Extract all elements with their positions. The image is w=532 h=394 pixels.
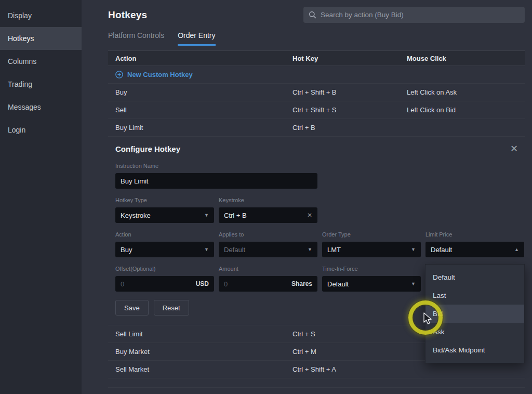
caret-down-icon: ▼	[200, 247, 209, 252]
table-row-sell-market[interactable]: Sell Market Ctrl + Shift + A	[108, 361, 525, 378]
sidebar-item-trading[interactable]: Trading	[0, 73, 82, 96]
applies-to-value: Default	[224, 246, 245, 254]
table-row-buy[interactable]: Buy Ctrl + Shift + B Left Click on Ask	[108, 84, 525, 101]
table-row-buy-limit[interactable]: Buy Limit Ctrl + B	[108, 119, 525, 137]
action-value: Buy	[121, 246, 132, 254]
column-header-action: Action	[115, 55, 292, 62]
column-header-hotkey: Hot Key	[292, 55, 407, 62]
page-header: Hotkeys	[108, 0, 525, 23]
limit-price-select[interactable]: Default ▲	[425, 242, 524, 257]
reset-button[interactable]: Reset	[154, 300, 189, 316]
keystroke-input[interactable]: Ctrl + B ✕	[219, 207, 317, 223]
sidebar-item-hotkeys[interactable]: Hotkeys	[0, 27, 82, 50]
menu-item-bid-ask-midpoint[interactable]: Bid/Ask Midpoint	[425, 341, 524, 359]
caret-down-icon: ▼	[407, 281, 416, 286]
limit-price-label: Limit Price	[425, 231, 524, 238]
limit-price-value: Default	[431, 246, 452, 254]
search-box[interactable]	[303, 7, 525, 23]
caret-down-icon: ▼	[407, 247, 416, 252]
amount-field[interactable]	[224, 280, 271, 288]
cell-action: Sell Limit	[115, 330, 292, 338]
plus-circle-icon	[115, 71, 123, 78]
new-custom-hotkey-button[interactable]: New Custom Hotkey	[108, 66, 525, 84]
keystroke-value: Ctrl + B	[224, 212, 247, 219]
order-type-label: Order Type	[322, 231, 421, 238]
sidebar-item-columns[interactable]: Columns	[0, 50, 82, 73]
cell-hotkey: Ctrl + S	[292, 330, 407, 338]
time-in-force-select[interactable]: Default ▼	[322, 276, 421, 292]
cell-hotkey: Ctrl + M	[292, 348, 407, 356]
instruction-name-input[interactable]: Buy Limit	[115, 173, 317, 189]
amount-input[interactable]: Shares	[219, 276, 317, 292]
instruction-name-label: Instruction Name	[115, 163, 317, 169]
offset-input[interactable]: USD	[115, 276, 214, 292]
cell-mouse-click: Left Click on Bid	[407, 106, 517, 114]
offset-label: Offset(Optional)	[115, 266, 214, 272]
amount-label: Amount	[219, 266, 317, 272]
sidebar-item-display[interactable]: Display	[0, 4, 82, 27]
hotkey-type-select[interactable]: Keystroke ▼	[115, 207, 214, 223]
menu-item-bid[interactable]: Bid	[425, 305, 524, 323]
offset-field[interactable]	[121, 280, 167, 288]
search-input[interactable]	[321, 11, 520, 19]
tab-platform-controls[interactable]: Platform Controls	[108, 31, 164, 46]
cell-action: Buy	[115, 88, 292, 96]
menu-item-ask[interactable]: Ask	[425, 323, 524, 341]
new-custom-hotkey-label: New Custom Hotkey	[127, 71, 193, 78]
applies-to-label: Applies to	[219, 231, 317, 238]
hotkey-type-value: Keystroke	[121, 212, 151, 219]
table-header-row: Action Hot Key Mouse Click	[108, 50, 525, 66]
configure-hotkey-title: Configure Hotkey	[115, 145, 180, 153]
cell-action: Sell	[115, 106, 292, 114]
applies-to-select[interactable]: Default ▼	[219, 242, 317, 257]
offset-suffix: USD	[196, 280, 209, 287]
page-title: Hotkeys	[108, 9, 147, 21]
clear-icon[interactable]: ✕	[307, 212, 312, 219]
time-in-force-value: Default	[327, 280, 349, 288]
table-row-empty	[108, 378, 525, 388]
cell-action: Buy Limit	[115, 124, 292, 132]
menu-item-last[interactable]: Last	[425, 286, 524, 305]
tab-bar: Platform Controls Order Entry	[108, 31, 525, 46]
cell-hotkey: Ctrl + Shift + B	[292, 88, 407, 96]
order-type-select[interactable]: LMT ▼	[322, 242, 421, 257]
hotkey-type-label: Hotkey Type	[115, 197, 214, 203]
table-row-sell[interactable]: Sell Ctrl + Shift + S Left Click on Bid	[108, 101, 525, 119]
caret-up-icon: ▲	[510, 247, 519, 252]
column-header-mouse-click: Mouse Click	[407, 55, 517, 62]
cell-hotkey: Ctrl + Shift + S	[292, 106, 407, 114]
time-in-force-label: Time-In-Force	[322, 266, 421, 272]
sidebar-item-login[interactable]: Login	[0, 119, 82, 141]
cell-action: Sell Market	[115, 365, 292, 373]
action-select[interactable]: Buy ▼	[115, 242, 214, 257]
sidebar-item-messages[interactable]: Messages	[0, 96, 82, 119]
cell-hotkey: Ctrl + Shift + A	[292, 365, 407, 373]
cell-hotkey: Ctrl + B	[292, 124, 407, 132]
save-button[interactable]: Save	[115, 300, 149, 316]
close-icon[interactable]: ✕	[510, 144, 524, 153]
cell-mouse-click: Left Click on Ask	[407, 88, 517, 96]
tab-order-entry[interactable]: Order Entry	[178, 31, 215, 46]
sidebar: Display Hotkeys Columns Trading Messages…	[0, 0, 82, 394]
order-type-value: LMT	[327, 246, 341, 254]
instruction-name-value: Buy Limit	[121, 177, 148, 185]
search-icon	[309, 11, 316, 19]
amount-suffix: Shares	[291, 280, 312, 287]
caret-down-icon: ▼	[200, 213, 209, 218]
keystroke-label: Keystroke	[219, 197, 317, 203]
action-label: Action	[115, 231, 214, 238]
menu-item-default[interactable]: Default	[425, 268, 524, 286]
cell-action: Buy Market	[115, 348, 292, 356]
caret-down-icon: ▼	[303, 247, 312, 252]
limit-price-dropdown-menu: Default Last Bid Ask Bid/Ask Midpoint	[425, 264, 525, 363]
